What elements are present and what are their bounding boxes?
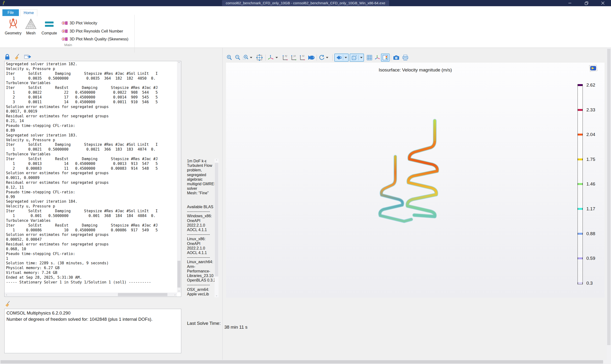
plot-mesh-quality-button[interactable]: 3D Plot Mesh Quality (Skewness) — [62, 36, 128, 42]
compute-label: Compute — [42, 31, 57, 35]
log-line: Ended at Sep 28, 2025, 5:31:30 AM. — [6, 275, 176, 280]
window-hscroll-thumb[interactable] — [0, 360, 603, 364]
log-line: Pseudo time-stepping CFL-ratio: — [6, 124, 176, 128]
go-to-xy-view-button[interactable]: xy — [281, 53, 289, 62]
panel-divider[interactable] — [222, 48, 223, 360]
projection-icon — [308, 55, 315, 60]
log-vscroll-thumb[interactable] — [177, 261, 181, 287]
zoom-out-button[interactable] — [234, 53, 241, 62]
graphics-canvas[interactable]: Isosurface: Velocity magnitude (m/s) — [226, 63, 605, 298]
log-line: Segregated solver iteration 183. — [6, 133, 176, 138]
log-line: Pseudo time-stepping CFL-ratio: — [6, 252, 176, 257]
rotate-icon — [319, 55, 324, 61]
clear-log-icon[interactable] — [14, 53, 20, 60]
zoom-in-button[interactable] — [226, 53, 233, 62]
solver-log-panel[interactable]: Segregated solver iteration 182.Velocity… — [4, 61, 181, 297]
geometry-label: Geometry — [5, 31, 22, 35]
log-line: Residual error estimates for segregated … — [6, 181, 176, 185]
zoom-in-icon — [226, 55, 232, 61]
zoom-extents-button[interactable] — [255, 53, 264, 62]
screenshot-button[interactable] — [392, 53, 400, 62]
tab-home[interactable]: Home — [20, 9, 37, 16]
window-title: comsol62_benchmark_CFD_only_10GB - comso… — [222, 0, 389, 6]
plot-window-icon — [62, 37, 68, 41]
chevron-down-icon — [276, 57, 278, 58]
grid-button[interactable] — [365, 53, 373, 62]
chevron-down-icon — [345, 57, 347, 58]
summary-panel[interactable]: COMSOL Multiphysics 6.2.0.290Number of d… — [4, 309, 181, 353]
projection-button[interactable] — [307, 53, 315, 62]
svg-text:xz: xz — [302, 54, 305, 57]
last-solve-time-value: 38 min 11 s — [224, 325, 248, 330]
scroll-left-icon[interactable]: ‹ — [5, 293, 9, 297]
minimize-button[interactable] — [564, 0, 575, 6]
go-to-yz-view-button[interactable]: yz — [290, 53, 298, 62]
color-legend-button[interactable] — [381, 53, 390, 62]
transparency-button[interactable] — [350, 53, 364, 62]
ribbon-group-label: Main — [0, 43, 136, 47]
plot-velocity-button[interactable]: 3D Plot Velocity — [62, 20, 97, 26]
legend-value: 2.33 — [586, 107, 595, 113]
log-line: 1 0.001 0.5000000 0.001 368 184 184 4084… — [6, 214, 176, 219]
scroll-down-icon[interactable]: ⌄ — [214, 293, 219, 297]
scroll-down-icon[interactable]: ⌄ — [177, 288, 181, 293]
scroll-up-icon[interactable]: ⌃ — [177, 61, 181, 65]
log-line: 1 0.0021 0.5000000 0.0021 366 183 183 40… — [6, 147, 176, 152]
plot-mesh-quality-label: 3D Plot Mesh Quality (Skewness) — [70, 37, 128, 41]
window-horizontal-scrollbar[interactable] — [0, 360, 611, 364]
log-line: Residual error estimates for segregated … — [6, 242, 176, 247]
toolbar-separator — [391, 54, 391, 61]
scroll-up-icon[interactable]: ⌃ — [214, 159, 219, 163]
log-line: Physical memory: 6.27 GB — [6, 266, 176, 271]
legend-color-band — [578, 183, 583, 185]
scene-light-button[interactable] — [334, 53, 349, 62]
lock-icon[interactable] — [5, 54, 10, 60]
default-3d-view-button[interactable] — [267, 53, 278, 62]
wireframe-cube-icon — [351, 55, 358, 61]
open-in-window-icon[interactable] — [24, 54, 31, 60]
log-vertical-scrollbar[interactable]: ⌃ ⌄ — [177, 61, 181, 293]
tab-file[interactable]: File — [2, 9, 19, 16]
log-line: Virtual memory: 7.24 GB — [6, 271, 176, 275]
log-line: Velocity u, Pressure p — [6, 204, 176, 209]
log-line: Solution time: 2289 s. (38 minutes, 9 se… — [6, 261, 176, 266]
print-button[interactable] — [401, 53, 409, 62]
log-hscroll-thumb[interactable] — [118, 293, 167, 296]
log-line: 0.99 — [6, 195, 176, 200]
zoom-box-button[interactable] — [242, 53, 253, 62]
rotate-view-button[interactable] — [318, 53, 329, 62]
last-solve-time-label: Last Solve Time: — [187, 321, 221, 326]
log-line: Velocity u, Pressure p — [6, 138, 176, 143]
mesh-label: Mesh — [26, 31, 35, 35]
plot-reynolds-button[interactable]: 3D Plot Reynolds Cell Number — [62, 28, 123, 34]
plot-reynolds-label: 3D Plot Reynolds Cell Number — [70, 29, 123, 33]
scroll-right-icon[interactable]: › — [173, 293, 177, 297]
ribbon-group-separator — [134, 15, 135, 52]
maximize-button[interactable] — [581, 0, 592, 6]
isosurface-plot — [375, 112, 519, 225]
legend-color-band — [578, 282, 583, 284]
legend-value: 2.04 — [586, 132, 595, 137]
mesh-triangle-icon — [25, 18, 37, 30]
legend-value: 1.75 — [586, 157, 595, 162]
compute-button[interactable]: Compute — [39, 18, 59, 42]
show-axes-button[interactable] — [373, 53, 381, 62]
description-scroll-thumb[interactable] — [215, 163, 218, 276]
log-line: 1 0.0035 0.5000000 0.0035 364 182 182 40… — [6, 76, 176, 81]
printer-icon — [402, 55, 409, 61]
summary-line: COMSOL Multiphysics 6.2.0.290 — [6, 310, 153, 316]
camera-icon — [393, 55, 399, 60]
description-scrollbar[interactable]: ⌃ ⌄ — [214, 159, 219, 297]
log-line: Iter SolEst ResEst Damping Stepsize #Res… — [6, 223, 176, 228]
close-button[interactable] — [597, 0, 608, 6]
window-vscroll-thumb[interactable] — [607, 49, 611, 345]
plot-group-icon[interactable] — [588, 65, 598, 73]
toolbar-separator — [332, 54, 333, 61]
mesh-button[interactable]: Mesh — [23, 18, 39, 42]
geometry-button[interactable]: Geometry — [3, 18, 24, 42]
title-bar: comsol62_benchmark_CFD_only_10GB - comso… — [0, 0, 611, 6]
clear-summary-icon[interactable] — [5, 301, 11, 307]
log-horizontal-scrollbar[interactable]: ‹ › — [5, 293, 177, 297]
go-to-xz-view-button[interactable]: xz — [298, 53, 306, 62]
window-vertical-scrollbar[interactable] — [607, 48, 611, 360]
